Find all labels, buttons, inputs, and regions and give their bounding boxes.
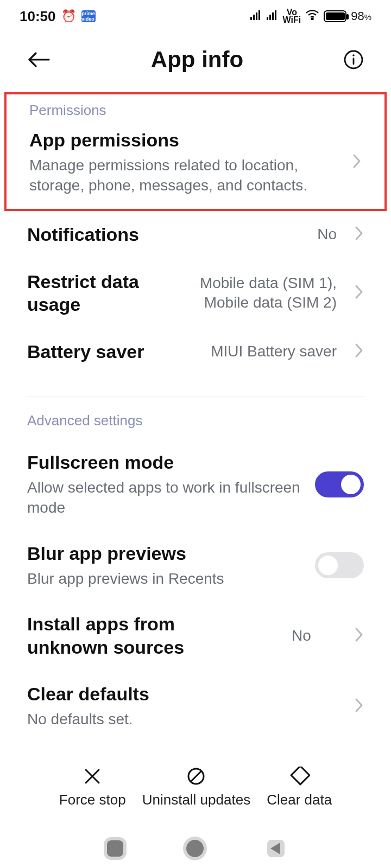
uninstall-label: Uninstall updates	[142, 792, 250, 808]
blur-previews-row[interactable]: Blur app previews Blur app previews in R…	[0, 530, 391, 601]
svg-point-12	[352, 54, 355, 56]
battery-percent: 98%	[351, 9, 371, 23]
alarm-icon: ⏰	[61, 9, 76, 23]
signal-2-icon	[267, 9, 279, 23]
app-permissions-title: App permissions	[29, 129, 335, 152]
svg-rect-4	[267, 17, 268, 20]
blur-sub: Blur app previews in Recents	[27, 569, 304, 589]
signal-1-icon	[250, 9, 262, 23]
back-button[interactable]	[27, 52, 51, 68]
svg-rect-5	[269, 15, 271, 20]
fullscreen-mode-row[interactable]: Fullscreen mode Allow selected apps to w…	[0, 439, 391, 530]
info-button[interactable]	[343, 49, 364, 70]
app-header: App info	[0, 33, 391, 87]
chevron-right-icon	[352, 153, 362, 171]
clear-data-label: Clear data	[267, 792, 332, 808]
svg-rect-2	[256, 12, 257, 20]
battery-saver-title: Battery saver	[27, 340, 200, 363]
battery-saver-row[interactable]: Battery saver MIUI Battery saver	[0, 328, 391, 375]
prohibit-icon	[186, 767, 206, 786]
restrict-data-title: Restrict data usage	[27, 270, 152, 316]
restrict-data-row[interactable]: Restrict data usage Mobile data (SIM 1),…	[0, 258, 391, 328]
clear-data-button[interactable]: Clear data	[267, 767, 332, 808]
advanced-section-label: Advanced settings	[27, 412, 364, 429]
svg-rect-17	[291, 767, 310, 784]
svg-rect-7	[275, 10, 276, 20]
vowifi-icon: VoWiFi	[283, 9, 301, 24]
fullscreen-sub: Allow selected apps to work in fullscree…	[27, 477, 304, 519]
eraser-icon	[288, 767, 310, 786]
chevron-right-icon	[354, 284, 364, 302]
chevron-right-icon	[354, 697, 364, 716]
svg-line-16	[191, 771, 201, 782]
app-permissions-row[interactable]: App permissions Manage permissions relat…	[29, 129, 362, 196]
close-x-icon	[83, 767, 102, 786]
unknown-sources-row[interactable]: Install apps from unknown sources No	[0, 601, 391, 671]
bottom-action-bar: Force stop Uninstall updates Clear data	[0, 767, 391, 808]
unknown-sources-value: No	[292, 626, 311, 646]
uninstall-updates-button[interactable]: Uninstall updates	[142, 767, 250, 808]
divider	[27, 397, 364, 397]
clear-defaults-title: Clear defaults	[27, 682, 337, 706]
status-left: 10:50 ⏰ primevideo	[20, 8, 96, 25]
prime-video-icon: primevideo	[81, 10, 96, 22]
svg-point-8	[312, 18, 313, 20]
chevron-right-icon	[354, 225, 364, 244]
app-permissions-sub: Manage permissions related to location, …	[29, 155, 335, 196]
nav-recents-button[interactable]	[107, 840, 123, 857]
force-stop-label: Force stop	[59, 792, 126, 808]
svg-rect-0	[250, 17, 252, 20]
fullscreen-toggle[interactable]	[315, 471, 364, 497]
status-right: VoWiFi 98%	[250, 9, 371, 24]
permissions-highlight-box: Permissions App permissions Manage permi…	[4, 92, 387, 211]
chevron-right-icon	[354, 627, 364, 645]
fullscreen-title: Fullscreen mode	[27, 451, 304, 474]
notifications-row[interactable]: Notifications No	[0, 211, 391, 258]
system-nav-bar	[0, 840, 391, 857]
blur-toggle[interactable]	[315, 552, 364, 578]
nav-back-button[interactable]	[267, 840, 285, 857]
unknown-sources-title: Install apps from unknown sources	[27, 612, 255, 659]
notifications-value: No	[317, 225, 337, 244]
svg-rect-3	[258, 10, 260, 20]
app-permissions-text: App permissions Manage permissions relat…	[29, 129, 335, 196]
clear-defaults-row[interactable]: Clear defaults No defaults set.	[0, 671, 391, 741]
page-title: App info	[151, 47, 243, 73]
battery-icon	[324, 10, 346, 22]
wifi-icon	[305, 9, 319, 23]
nav-home-button[interactable]	[186, 840, 204, 857]
battery-saver-value: MIUI Battery saver	[211, 342, 337, 361]
status-time: 10:50	[20, 8, 56, 25]
svg-rect-6	[272, 12, 274, 20]
clear-defaults-sub: No defaults set.	[27, 709, 337, 730]
restrict-data-value: Mobile data (SIM 1), Mobile data (SIM 2)	[163, 273, 337, 313]
permissions-section-label: Permissions	[29, 102, 362, 119]
blur-title: Blur app previews	[27, 542, 304, 565]
svg-rect-1	[253, 15, 255, 20]
chevron-right-icon	[354, 342, 364, 361]
notifications-title: Notifications	[27, 223, 306, 246]
status-bar: 10:50 ⏰ primevideo VoWiFi 98%	[0, 0, 391, 33]
force-stop-button[interactable]: Force stop	[59, 767, 126, 808]
